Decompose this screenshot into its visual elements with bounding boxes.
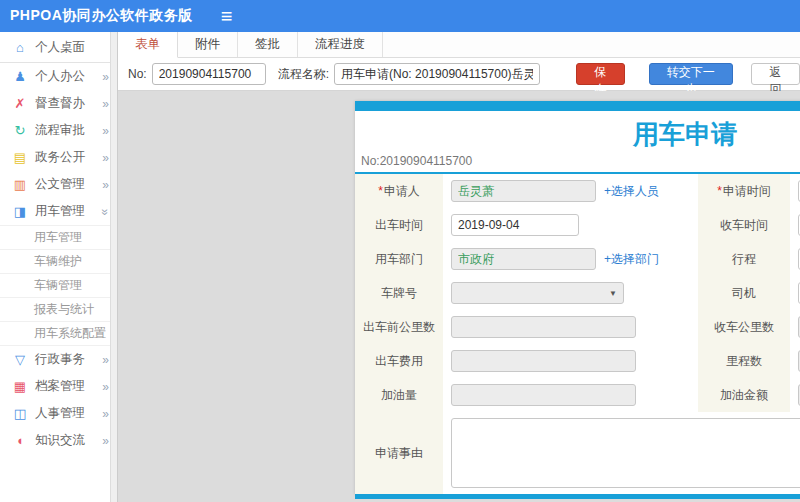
sidebar-item-archives[interactable]: ▦ 档案管理 » [0,373,117,400]
save-button[interactable]: 保存 [576,63,625,85]
archive-icon: ▦ [12,379,28,394]
dropdown-arrow-icon: ▼ [609,289,617,298]
content-area: 用车申请 No:20190904115700 * 申请人 +选择人员 * 申请时… [118,91,800,502]
trip-cost-cell [443,344,698,378]
department-cell: +选择部门 [443,242,698,276]
user-icon: ♟ [12,69,28,84]
reason-cell [443,412,800,494]
return-time-label: 收车时间 [698,208,790,242]
home-icon: ⌂ [12,40,28,55]
km-before-input[interactable] [451,316,636,338]
plate-number-select[interactable]: ▼ [451,282,624,304]
back-button[interactable]: 返回 [751,63,800,85]
sidebar-item-official-docs[interactable]: ▥ 公文管理 » [0,171,117,198]
applicant-label: * 申请人 [355,174,443,208]
sidebar-item-hr[interactable]: ◫ 人事管理 » [0,400,117,427]
no-label: No: [128,67,147,81]
depart-time-label: 出车时间 [355,208,443,242]
sidebar-item-personal-office[interactable]: ♟ 个人办公 » [0,63,117,90]
mileage-cell [790,344,800,378]
return-time-cell [790,208,800,242]
plate-number-cell: ▼ [443,276,698,310]
submenu-item-reports-stats[interactable]: 报表与统计 [0,298,117,322]
submenu-item-vehicle-admin[interactable]: 车辆管理 [0,274,117,298]
submenu-item-system-config[interactable]: 用车系统配置 [0,322,117,346]
apply-time-cell [790,174,800,208]
depart-time-cell [443,208,698,242]
applicant-input[interactable] [451,180,596,202]
sidebar-item-knowledge[interactable]: ◖ 知识交流 » [0,427,117,454]
vehicle-icon: ◨ [12,204,28,219]
trip-cost-input[interactable] [451,350,636,372]
km-before-cell [443,310,698,344]
no-input[interactable] [152,63,266,85]
funnel-icon: ▽ [12,352,28,367]
tab-progress[interactable]: 流程进度 [298,32,383,57]
plate-number-label: 车牌号 [355,276,443,310]
itinerary-cell [790,242,800,276]
tab-attachments[interactable]: 附件 [178,32,238,57]
applicant-cell: +选择人员 [443,174,698,208]
driver-label: 司机 [698,276,790,310]
form-no-text: No:20190904115700 [361,154,800,168]
supervise-icon: ✗ [12,96,28,111]
km-before-label: 出车前公里数 [355,310,443,344]
required-mark: * [378,184,383,198]
sidebar-item-supervision[interactable]: ✗ 督查督办 » [0,90,117,117]
department-label: 用车部门 [355,242,443,276]
hamburger-menu-icon[interactable]: ≡ [221,6,233,26]
department-input[interactable] [451,248,596,270]
gov-public-icon: ▤ [12,150,28,165]
sidebar-item-admin-affairs[interactable]: ▽ 行政事务 » [0,346,117,373]
km-return-cell [790,310,800,344]
fuel-amount-label: 加油量 [355,378,443,412]
mileage-label: 里程数 [698,344,790,378]
fuel-amount-cell [443,378,698,412]
submenu-item-vehicle-maintenance[interactable]: 车辆维护 [0,250,117,274]
sidebar-item-personal-desktop[interactable]: ⌂ 个人桌面 [0,32,117,63]
sidebar-item-vehicle-management[interactable]: ◨ 用车管理 » [0,198,117,225]
choose-person-link[interactable]: +选择人员 [604,183,659,200]
apply-time-label: * 申请时间 [698,174,790,208]
form-table: * 申请人 +选择人员 * 申请时间 出车时间 [355,172,800,499]
sidebar-item-workflow-approval[interactable]: ↻ 流程审批 » [0,117,117,144]
choose-department-link[interactable]: +选择部门 [604,251,659,268]
reason-textarea[interactable] [451,418,800,488]
fuel-amount-input[interactable] [451,384,636,406]
sidebar-item-gov-disclosure[interactable]: ▤ 政务公开 » [0,144,117,171]
flow-name-input[interactable] [334,63,540,85]
trip-cost-label: 出车费用 [355,344,443,378]
vehicle-submenu: 用车管理 车辆维护 车辆管理 报表与统计 用车系统配置 [0,225,117,346]
book-icon: ◫ [12,406,28,421]
tab-sign[interactable]: 签批 [238,32,298,57]
km-return-label: 收车公里数 [698,310,790,344]
tab-form[interactable]: 表单 [118,32,178,58]
sidebar: ⌂ 个人桌面 ♟ 个人办公 » ✗ 督查督办 » ↻ 流程审批 » ▤ 政务公开… [0,32,118,502]
sidebar-scrollbar[interactable] [110,32,117,502]
main-area: 表单 附件 签批 流程进度 No: 流程名称: 保存 转交下一步 返回 用车申请… [118,32,800,502]
flow-name-label: 流程名称: [278,66,329,83]
depart-time-input[interactable] [451,214,579,236]
chat-icon: ◖ [12,433,28,448]
driver-cell [790,276,800,310]
form-toolbar: No: 流程名称: 保存 转交下一步 返回 [118,58,800,91]
workflow-icon: ↻ [12,123,28,138]
vehicle-request-form-panel: 用车申请 No:20190904115700 * 申请人 +选择人员 * 申请时… [355,101,800,495]
app-title: PHPOA协同办公软件政务版 [10,7,193,25]
fuel-cost-label: 加油金额 [698,378,790,412]
document-icon: ▥ [12,177,28,192]
submenu-item-vehicle-mgmt[interactable]: 用车管理 [0,225,117,250]
fuel-cost-cell [790,378,800,412]
form-title: 用车申请 [355,117,800,152]
forward-next-step-button[interactable]: 转交下一步 [649,63,733,85]
panel-top-bar [355,101,800,111]
required-mark: * [717,184,722,198]
reason-label: 申请事由 [355,412,443,494]
app-header: PHPOA协同办公软件政务版 ≡ [0,0,800,32]
tab-bar: 表单 附件 签批 流程进度 [118,32,800,58]
itinerary-label: 行程 [698,242,790,276]
